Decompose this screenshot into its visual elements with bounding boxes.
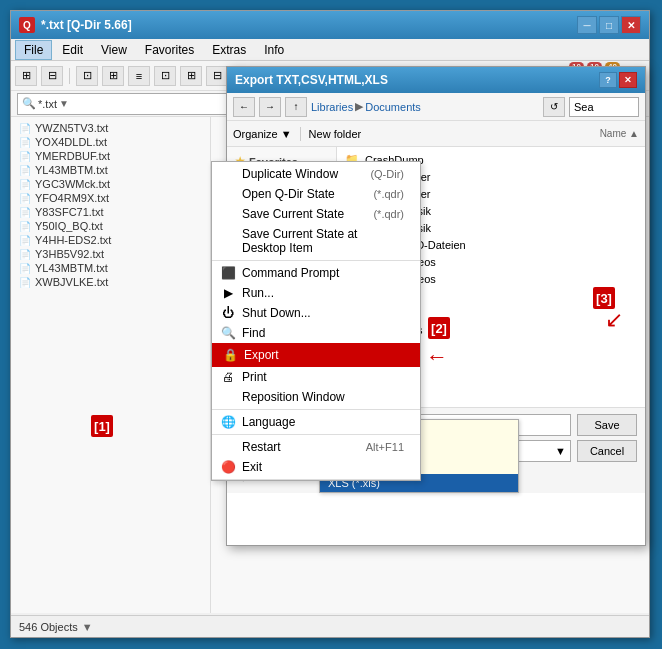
cancel-btn[interactable]: Cancel (577, 440, 637, 462)
file-item[interactable]: 📄 Y3HB5V92.txt (15, 247, 206, 261)
file-dropdown-menu: Duplicate Window (Q-Dir) Open Q-Dir Stat… (211, 161, 421, 481)
badge-2-area: [2] (428, 317, 450, 339)
file-item[interactable]: 📄 YFO4RM9X.txt (15, 191, 206, 205)
save-desktop-label: Save Current State at Desktop Item (242, 227, 404, 255)
menu-print[interactable]: 🖨 Print (212, 367, 420, 387)
toolbar-btn-3[interactable]: ⊡ (76, 66, 98, 86)
close-btn[interactable]: ✕ (621, 16, 641, 34)
txt-icon: 📄 (19, 249, 31, 260)
minimize-btn[interactable]: ─ (577, 16, 597, 34)
organize-btn[interactable]: Organize ▼ (233, 128, 292, 140)
toolbar-btn-7[interactable]: ⊞ (180, 66, 202, 86)
file-item[interactable]: 📄 Y4HH-EDS2.txt (15, 233, 206, 247)
file-item[interactable]: 📄 YGC3WMck.txt (15, 177, 206, 191)
file-item[interactable]: 📄 YL43MBTM.txt (15, 163, 206, 177)
dialog-up-btn[interactable]: ↑ (285, 97, 307, 117)
toolbar-btn-8[interactable]: ⊟ (206, 66, 228, 86)
shutdown-icon: ⏻ (220, 305, 236, 321)
txt-icon: 📄 (19, 277, 31, 288)
menu-language[interactable]: 🌐 Language (212, 412, 420, 432)
file-item[interactable]: 📄 YWZN5TV3.txt (15, 121, 206, 135)
new-folder-btn[interactable]: New folder (309, 128, 362, 140)
filename: YOX4DLDL.txt (35, 136, 107, 148)
dialog-back-btn[interactable]: ← (233, 97, 255, 117)
menu-extras[interactable]: Extras (204, 40, 254, 60)
menu-duplicate-window[interactable]: Duplicate Window (Q-Dir) (212, 164, 420, 184)
menu-exit[interactable]: 🔴 Exit (212, 457, 420, 477)
badge-3-arrow: ↙ (605, 307, 623, 333)
maximize-btn[interactable]: □ (599, 16, 619, 34)
status-bar: 546 Objects ▼ (11, 615, 649, 637)
breadcrumb-libraries[interactable]: Libraries (311, 101, 353, 113)
address-input-area[interactable]: 🔍 *.txt ▼ (17, 93, 240, 115)
dropdown-section-2: ⬛ Command Prompt ▶ Run... ⏻ Shut Down...… (212, 261, 420, 410)
duplicate-window-label: Duplicate Window (242, 167, 338, 181)
menu-open-state[interactable]: Open Q-Dir State (*.qdr) (212, 184, 420, 204)
window-title: *.txt [Q-Dir 5.66] (41, 18, 132, 32)
restart-shortcut: Alt+F11 (366, 441, 404, 453)
toolbar-btn-4[interactable]: ⊞ (102, 66, 124, 86)
toolbar-btn-1[interactable]: ⊞ (15, 66, 37, 86)
menu-favorites[interactable]: Favorites (137, 40, 202, 60)
breadcrumb-documents[interactable]: Documents (365, 101, 421, 113)
menu-export[interactable]: 🔒 Export (212, 343, 420, 367)
find-icon: 🔍 (220, 325, 236, 341)
file-item[interactable]: 📄 XWBJVLKE.txt (15, 275, 206, 289)
print-icon: 🖨 (220, 369, 236, 385)
toolbar-btn-5[interactable]: ≡ (128, 66, 150, 86)
txt-icon: 📄 (19, 123, 31, 134)
open-state-shortcut: (*.qdr) (373, 188, 404, 200)
menu-shutdown[interactable]: ⏻ Shut Down... (212, 303, 420, 323)
shutdown-label: Shut Down... (242, 306, 311, 320)
menu-info[interactable]: Info (256, 40, 292, 60)
badge-3-area: [3] (593, 287, 615, 309)
column-header-name: Name ▲ (600, 128, 639, 139)
dialog-title-bar: Export TXT,CSV,HTML,XLS ? ✕ (227, 67, 645, 93)
refresh-icon[interactable]: ↺ (543, 97, 565, 117)
file-item[interactable]: 📄 YMERDBUF.txt (15, 149, 206, 163)
reposition-label: Reposition Window (242, 390, 345, 404)
export-icon: 🔒 (222, 347, 238, 363)
filename: YL43MBTM.txt (35, 262, 108, 274)
menu-view[interactable]: View (93, 40, 135, 60)
file-item[interactable]: 📄 Y83SFC71.txt (15, 205, 206, 219)
menu-bar: File Edit View Favorites Extras Info (11, 39, 649, 61)
filename: Y50IQ_BQ.txt (35, 220, 103, 232)
menu-file[interactable]: File (15, 40, 52, 60)
dialog-refresh-btn[interactable]: ↺ (543, 97, 565, 117)
dialog-title-buttons: ? ✕ (599, 72, 637, 88)
organize-label: Organize ▼ (233, 128, 292, 140)
dialog-search-input[interactable] (569, 97, 639, 117)
cmd-label: Command Prompt (242, 266, 339, 280)
save-btn[interactable]: Save (577, 414, 637, 436)
menu-reposition-window[interactable]: Reposition Window (212, 387, 420, 407)
txt-icon: 📄 (19, 179, 31, 190)
dialog-close-btn[interactable]: ✕ (619, 72, 637, 88)
menu-restart[interactable]: Restart Alt+F11 (212, 437, 420, 457)
txt-icon: 📄 (19, 221, 31, 232)
txt-icon: 📄 (19, 235, 31, 246)
filename: YFO4RM9X.txt (35, 192, 109, 204)
dialog-help-btn[interactable]: ? (599, 72, 617, 88)
arrow-export: ← (426, 344, 448, 370)
dialog-forward-btn[interactable]: → (259, 97, 281, 117)
save-state-shortcut: (*.qdr) (373, 208, 404, 220)
menu-save-state[interactable]: Save Current State (*.qdr) (212, 204, 420, 224)
badge-1-area: [1] (91, 415, 113, 437)
toolbar-btn-6[interactable]: ⊡ (154, 66, 176, 86)
toolbar-btn-2[interactable]: ⊟ (41, 66, 63, 86)
menu-save-desktop[interactable]: Save Current State at Desktop Item (212, 224, 420, 258)
file-item[interactable]: 📄 Y50IQ_BQ.txt (15, 219, 206, 233)
file-item[interactable]: 📄 YL43MBTM.txt (15, 261, 206, 275)
title-bar: Q *.txt [Q-Dir 5.66] ─ □ ✕ (11, 11, 649, 39)
file-item[interactable]: 📄 YOX4DLDL.txt (15, 135, 206, 149)
save-state-label: Save Current State (242, 207, 344, 221)
save-type-arrow: ▼ (555, 445, 566, 457)
menu-command-prompt[interactable]: ⬛ Command Prompt (212, 263, 420, 283)
menu-run[interactable]: ▶ Run... (212, 283, 420, 303)
badge-2: [2] (428, 317, 450, 339)
menu-find[interactable]: 🔍 Find (212, 323, 420, 343)
app-icon: Q (19, 17, 35, 33)
language-icon: 🌐 (220, 414, 236, 430)
menu-edit[interactable]: Edit (54, 40, 91, 60)
